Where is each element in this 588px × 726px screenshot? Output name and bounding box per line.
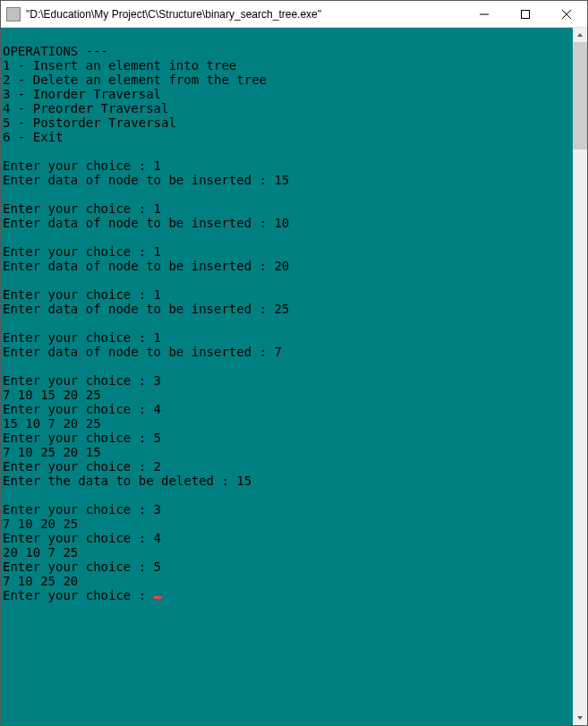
console-line: 7 10 25 20 xyxy=(3,574,78,588)
svg-marker-5 xyxy=(577,716,583,720)
console-line: OPERATIONS --- xyxy=(3,44,108,58)
console-line: Enter your choice : 4 xyxy=(3,531,161,545)
app-window: "D:\Education\My Project\C\Structure\bin… xyxy=(0,0,588,726)
console-line: Enter the data to be deleted : 15 xyxy=(3,474,251,488)
console-line: 15 10 7 20 25 xyxy=(3,416,101,431)
console-line: Enter your choice : 5 xyxy=(3,431,161,445)
svg-marker-4 xyxy=(577,33,583,37)
console-line: Enter your choice : 1 xyxy=(3,158,161,173)
chevron-up-icon xyxy=(576,31,584,38)
console-line: 6 - Exit xyxy=(3,130,63,144)
console-line: 7 10 15 20 25 xyxy=(3,388,101,402)
console-line: Enter your choice : 1 xyxy=(3,201,161,216)
cursor xyxy=(154,596,161,599)
console-line: Enter your choice : 3 xyxy=(3,502,161,517)
console-area: OPERATIONS --- 1 - Insert an element int… xyxy=(1,28,587,725)
chevron-down-icon xyxy=(576,714,584,722)
console-line: Enter data of node to be inserted : 20 xyxy=(3,259,289,273)
scroll-up-button[interactable] xyxy=(573,28,587,42)
console-line: 5 - Postorder Traversal xyxy=(3,115,176,130)
minimize-icon xyxy=(480,10,489,19)
console-line: Enter your choice : 4 xyxy=(3,402,161,416)
console-line: 20 10 7 25 xyxy=(3,545,78,559)
close-icon xyxy=(562,10,571,19)
console-line: 2 - Delete an element from the tree xyxy=(3,73,267,87)
minimize-button[interactable] xyxy=(464,1,505,27)
console-line: Enter your choice : 3 xyxy=(3,373,161,388)
titlebar[interactable]: "D:\Education\My Project\C\Structure\bin… xyxy=(1,1,587,28)
maximize-button[interactable] xyxy=(505,1,546,27)
console-line: Enter your choice : 1 xyxy=(3,287,161,302)
scroll-down-button[interactable] xyxy=(573,711,587,725)
window-title: "D:\Education\My Project\C\Structure\bin… xyxy=(26,8,464,21)
console-line: Enter your choice : 2 xyxy=(3,459,161,474)
console-line: 7 10 25 20 15 xyxy=(3,445,101,459)
console-line: Enter data of node to be inserted : 10 xyxy=(3,216,289,230)
console-line: Enter your choice : 1 xyxy=(3,244,161,259)
console-line: 4 - Preorder Traversal xyxy=(3,101,168,115)
console-line: Enter your choice : 5 xyxy=(3,559,161,574)
console-line: Enter your choice : 1 xyxy=(3,330,161,345)
console-line: 7 10 20 25 xyxy=(3,517,78,531)
console-line: 1 - Insert an element into tree xyxy=(3,58,236,73)
scroll-thumb[interactable] xyxy=(573,42,587,149)
console-prompt: Enter your choice : xyxy=(3,588,154,602)
console-line: 3 - Inorder Traversal xyxy=(3,87,161,101)
scrollbar-vertical[interactable] xyxy=(573,28,587,725)
maximize-icon xyxy=(521,10,530,19)
console-line: Enter data of node to be inserted : 25 xyxy=(3,302,289,316)
close-button[interactable] xyxy=(546,1,587,27)
console-line: Enter data of node to be inserted : 7 xyxy=(3,345,282,359)
svg-rect-1 xyxy=(522,10,530,18)
app-icon xyxy=(6,7,21,21)
console-line: Enter data of node to be inserted : 15 xyxy=(3,173,289,187)
console-output[interactable]: OPERATIONS --- 1 - Insert an element int… xyxy=(1,28,573,725)
window-controls xyxy=(464,1,587,27)
